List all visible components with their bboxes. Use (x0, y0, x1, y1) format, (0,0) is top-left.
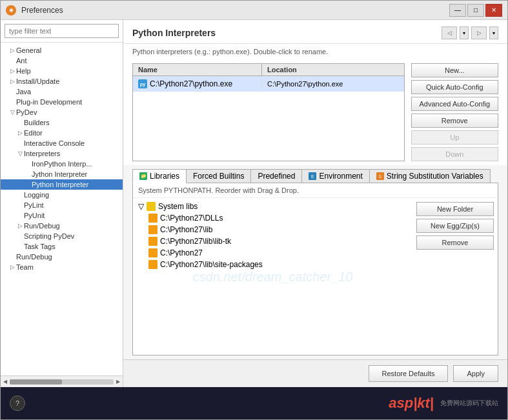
file-label: C:\Python27\lib\lib-tk (160, 237, 231, 246)
minimize-button[interactable]: — (449, 4, 466, 17)
arrow-icon: ▷ (8, 263, 16, 271)
tree-item-pylint[interactable]: PyLint (1, 200, 123, 210)
arrow-icon (24, 170, 32, 178)
expand-icon: ▽ (16, 150, 24, 157)
tree-item-pyunit[interactable]: PyUnit (1, 210, 123, 221)
tree-label: Plug-in Development (16, 98, 82, 106)
tree-item-java[interactable]: Java (1, 86, 123, 97)
help-button[interactable]: ? (10, 395, 25, 411)
advanced-auto-config-button[interactable]: Advanced Auto-Config (411, 97, 498, 111)
arrow-icon (24, 181, 32, 188)
scroll-left-icon[interactable]: ◀ (3, 379, 7, 385)
tree-item-team[interactable]: ▷ Team (1, 262, 123, 272)
tree-item-help[interactable]: ▷ Help (1, 66, 123, 76)
arrow-icon (8, 98, 16, 106)
tree-item-editor[interactable]: ▷ Editor (1, 128, 123, 138)
back-button[interactable]: ◁ (442, 26, 457, 39)
env-icon: E (309, 172, 316, 180)
filter-input[interactable] (5, 24, 119, 38)
tab-predefined[interactable]: Predefined (250, 169, 302, 183)
tabs-section: 📁 Libraries Forced Builtins Predefined E… (123, 165, 507, 359)
tree-label: PyUnit (24, 212, 45, 219)
tree-item-scripting[interactable]: Scripting PyDev (1, 231, 123, 241)
table-row[interactable]: py C:\Python27\python.exe C:\Python27\py… (133, 76, 404, 92)
tree-label: General (16, 46, 41, 54)
tab-label: Environment (319, 172, 362, 181)
tree-item-plugin-dev[interactable]: Plug-in Development (1, 97, 123, 107)
remove-file-button[interactable]: Remove (416, 235, 494, 250)
arrow-icon (8, 253, 16, 261)
libraries-icon: 📁 (139, 172, 147, 180)
interpreter-name: C:\Python27\python.exe (150, 79, 232, 88)
arrow-icon: ▷ (16, 222, 24, 230)
tab-label: Predefined (258, 172, 295, 181)
tree-label: Install/Update (16, 77, 59, 85)
file-item-lib-tk[interactable]: C:\Python27\lib\lib-tk (136, 235, 410, 247)
new-button[interactable]: New... (411, 63, 498, 77)
tree-item-python-interpreter[interactable]: Python Interpreter (1, 179, 123, 190)
maximize-button[interactable]: □ (467, 4, 484, 17)
folder-icon (147, 202, 156, 211)
back-dropdown[interactable]: ▾ (460, 26, 469, 39)
tree-item-interactive-console[interactable]: Interactive Console (1, 138, 123, 148)
tree-item-interpreters[interactable]: ▽ Interpreters (1, 148, 123, 159)
app-icon: ◉ (6, 5, 16, 15)
file-item-lib[interactable]: C:\Python27\lib (136, 224, 410, 235)
tree-item-task-tags[interactable]: Task Tags (1, 241, 123, 252)
tree-item-run-debug-pydev[interactable]: ▷ Run/Debug (1, 221, 123, 231)
tab-libraries[interactable]: 📁 Libraries (132, 169, 187, 183)
sidebar: ▷ General Ant ▷ Help ▷ Install/Update (1, 20, 123, 387)
row-name: py C:\Python27\python.exe (133, 78, 262, 90)
quick-auto-config-button[interactable]: Quick Auto-Config (411, 80, 498, 94)
tree-label: Task Tags (24, 243, 56, 250)
file-item-system-libs[interactable]: ▽ System libs (136, 201, 410, 212)
file-icon (148, 225, 157, 234)
file-label: C:\Python27\lib (160, 225, 212, 234)
new-folder-button[interactable]: New Folder (416, 202, 494, 216)
file-label: C:\Python27\DLLs (160, 214, 223, 223)
forward-dropdown[interactable]: ▾ (489, 26, 498, 39)
tree-label: Run/Debug (24, 222, 60, 230)
up-button: Up (411, 130, 498, 145)
tab-environment[interactable]: E Environment (301, 169, 369, 183)
python-icon: py (138, 79, 147, 88)
tab-content: System PYTHONPATH. Reorder with Drag & D… (132, 183, 498, 355)
arrow-icon (16, 119, 24, 126)
tree-item-ironpython[interactable]: IronPython Interp... (1, 159, 123, 169)
arrow-icon (8, 88, 16, 95)
tree-label: Run/Debug (16, 253, 52, 261)
tree-item-pydev[interactable]: ▽ PyDev (1, 107, 123, 117)
apply-button[interactable]: Apply (453, 365, 498, 382)
arrow-icon: ▷ (8, 67, 16, 75)
tab-string-substitution[interactable]: S String Substitution Variables (369, 169, 491, 183)
arrow-icon (16, 212, 24, 219)
tree-item-builders[interactable]: Builders (1, 117, 123, 128)
scroll-right-icon[interactable]: ▶ (116, 379, 120, 385)
tree-item-logging[interactable]: Logging (1, 190, 123, 200)
forward-button[interactable]: ▷ (471, 26, 487, 39)
file-item-python27[interactable]: C:\Python27 (136, 247, 410, 259)
new-egg-zip-button[interactable]: New Egg/Zip(s) (416, 219, 494, 233)
file-icon (148, 237, 157, 246)
row-location: C:\Python27\python.exe (262, 79, 348, 89)
file-icon (148, 214, 157, 223)
tree-item-general[interactable]: ▷ General (1, 45, 123, 55)
tree-item-jython[interactable]: Jython Interpreter (1, 169, 123, 179)
remove-interp-button[interactable]: Remove (411, 114, 498, 128)
file-item-dlls[interactable]: C:\Python27\DLLs (136, 212, 410, 224)
down-button: Down (411, 147, 498, 161)
file-icon (148, 260, 157, 269)
close-button[interactable]: ✕ (485, 4, 502, 17)
main-panel: Python Interpreters ◁ ▾ ▷ ▾ Python inter… (123, 20, 507, 387)
tree-item-ant[interactable]: Ant (1, 55, 123, 66)
restore-defaults-button[interactable]: Restore Defaults (369, 365, 449, 382)
bottom-bar: Restore Defaults Apply (123, 359, 507, 387)
tab-forced-builtins[interactable]: Forced Builtins (186, 169, 251, 183)
tree-item-run-debug[interactable]: Run/Debug (1, 252, 123, 262)
sidebar-scrollbar[interactable]: ◀ ▶ (1, 375, 123, 387)
tree-item-install-update[interactable]: ▷ Install/Update (1, 76, 123, 86)
file-item-site-packages[interactable]: C:\Python27\lib\site-packages (136, 259, 410, 270)
watermark: csdn.net/dream_catcher_10 (193, 269, 353, 284)
footer: ? asp |kt| 免费网站源码下载站 (1, 387, 507, 419)
file-label: C:\Python27 (160, 248, 203, 257)
